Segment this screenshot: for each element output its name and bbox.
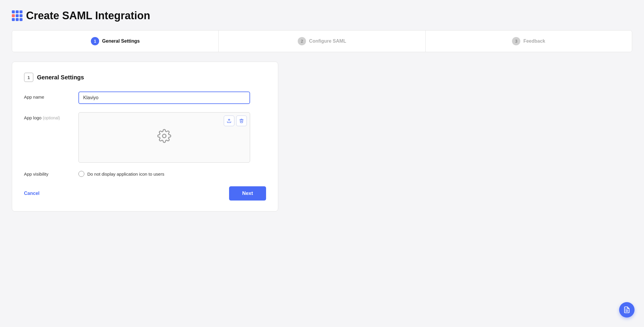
step-general-settings[interactable]: 1 General Settings bbox=[12, 31, 219, 52]
app-name-label: App name bbox=[24, 92, 71, 100]
step-feedback[interactable]: 3 Feedback bbox=[426, 31, 632, 52]
cancel-button[interactable]: Cancel bbox=[24, 190, 39, 197]
section-title: General Settings bbox=[37, 74, 84, 81]
svg-point-1 bbox=[162, 134, 166, 138]
stepper: 1 General Settings 2 Configure SAML 3 Fe… bbox=[12, 30, 632, 52]
step-1-number: 1 bbox=[91, 37, 99, 45]
floating-help-button[interactable] bbox=[619, 302, 635, 318]
step-3-label: Feedback bbox=[523, 39, 545, 44]
app-grid-icon bbox=[12, 10, 22, 21]
main-card: 1 General Settings App name App logo (op… bbox=[12, 62, 278, 211]
next-button[interactable]: Next bbox=[229, 186, 266, 201]
page-title: Create SAML Integration bbox=[26, 9, 150, 22]
app-visibility-row: App visibility Do not display applicatio… bbox=[24, 171, 266, 177]
app-name-row: App name bbox=[24, 92, 266, 104]
logo-upload-area[interactable] bbox=[78, 112, 250, 163]
delete-logo-button[interactable] bbox=[236, 116, 247, 126]
app-visibility-label: App visibility bbox=[24, 171, 71, 177]
app-logo-optional: (optional) bbox=[43, 116, 60, 120]
app-logo-row: App logo (optional) bbox=[24, 112, 266, 163]
app-visibility-option[interactable]: Do not display application icon to users bbox=[78, 171, 164, 177]
step-2-number: 2 bbox=[298, 37, 306, 45]
app-name-input[interactable] bbox=[78, 92, 250, 104]
step-configure-saml[interactable]: 2 Configure SAML bbox=[219, 31, 425, 52]
visibility-radio[interactable] bbox=[78, 171, 84, 177]
section-header: 1 General Settings bbox=[24, 73, 266, 82]
step-2-label: Configure SAML bbox=[309, 39, 346, 44]
upload-logo-button[interactable] bbox=[224, 116, 234, 126]
logo-action-buttons bbox=[224, 116, 247, 126]
app-logo-label: App logo (optional) bbox=[24, 112, 71, 120]
visibility-option-text: Do not display application icon to users bbox=[87, 171, 164, 177]
step-3-number: 3 bbox=[512, 37, 520, 45]
page-title-area: Create SAML Integration bbox=[12, 9, 632, 22]
step-1-label: General Settings bbox=[102, 39, 140, 44]
section-number-badge: 1 bbox=[24, 73, 33, 82]
logo-placeholder-icon bbox=[157, 129, 171, 146]
form-actions: Cancel Next bbox=[24, 186, 266, 201]
